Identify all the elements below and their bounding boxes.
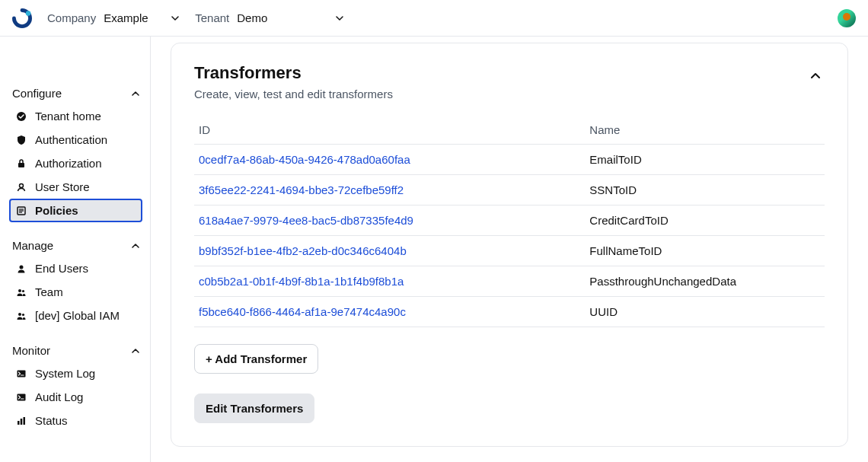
svg-rect-13 (18, 370, 26, 377)
table-row: 0cedf7a4-86ab-450a-9426-478ad0a60faa Ema… (194, 145, 825, 175)
sidebar-item-label: Authorization (35, 157, 102, 170)
sidebar-section-configure[interactable]: Configure (9, 82, 142, 104)
topbar: Company Example Tenant Demo (0, 0, 868, 37)
svg-rect-19 (24, 417, 26, 425)
svg-point-0 (26, 11, 31, 16)
table-row: c0b5b2a1-0b1f-4b9f-8b1a-1b1f4b9f8b1a Pas… (194, 266, 825, 297)
edit-transformers-button[interactable]: Edit Transformers (194, 393, 314, 423)
table-header-name: Name (585, 116, 825, 145)
table-header-id: ID (194, 116, 585, 145)
user-icon (15, 181, 27, 193)
svg-point-12 (22, 313, 24, 315)
users-icon (15, 286, 27, 298)
svg-point-10 (22, 289, 24, 292)
sidebar-item-tenant-home[interactable]: Tenant home (9, 104, 142, 128)
company-select[interactable]: Example (104, 11, 180, 24)
sidebar-item-global-iam[interactable]: [dev] Global IAM (9, 304, 142, 327)
user-solid-icon (15, 263, 27, 275)
transformer-name: EmailToID (585, 145, 825, 175)
svg-rect-17 (18, 421, 20, 425)
chevron-down-icon (336, 16, 343, 21)
transformer-id-link[interactable]: 0cedf7a4-86ab-450a-9426-478ad0a60faa (199, 153, 410, 166)
transformer-id-link[interactable]: c0b5b2a1-0b1f-4b9f-8b1a-1b1f4b9f8b1a (199, 275, 404, 288)
bars-icon (15, 415, 27, 427)
add-transformer-button[interactable]: + Add Transformer (194, 344, 318, 374)
sidebar-section-title: Manage (12, 239, 53, 252)
logo (12, 8, 32, 28)
chevron-down-icon (171, 16, 179, 21)
sidebar-section-title: Monitor (12, 344, 50, 357)
table-row: f5bce640-f866-4464-af1a-9e7474c4a90c UUI… (194, 297, 825, 327)
sidebar-item-label: Status (35, 414, 68, 427)
sidebar-item-team[interactable]: Team (9, 280, 142, 304)
table-row: 618a4ae7-9979-4ee8-bac5-db87335fe4d9 Cre… (194, 206, 825, 236)
main: Transformers Create, view, test and edit… (151, 37, 868, 462)
transformers-table: ID Name 0cedf7a4-86ab-450a-9426-478ad0a6… (194, 116, 825, 327)
lock-icon (15, 158, 27, 170)
chevron-up-icon (810, 72, 821, 79)
sidebar-item-label: End Users (35, 262, 88, 275)
circle-check-icon (15, 110, 27, 123)
sidebar-item-label: Team (35, 285, 63, 298)
sidebar-item-label: System Log (35, 367, 95, 380)
logo-icon (12, 8, 32, 28)
svg-rect-15 (18, 393, 26, 400)
svg-point-11 (18, 313, 21, 316)
transformer-id-link[interactable]: b9bf352f-b1ee-4fb2-a2eb-d0c346c6404b (199, 244, 407, 257)
shield-icon (15, 134, 27, 146)
sidebar-section-monitor[interactable]: Monitor (9, 339, 142, 362)
sidebar-item-end-users[interactable]: End Users (9, 256, 142, 280)
company-label: Company (47, 11, 96, 24)
transformer-id-link[interactable]: 3f65ee22-2241-4694-bbe3-72cefbe59ff2 (199, 183, 404, 196)
chevron-up-icon (132, 349, 139, 353)
sidebar: Configure Tenant home Authentication Aut… (0, 37, 151, 462)
sidebar-item-user-store[interactable]: User Store (9, 175, 142, 199)
card-subtitle: Create, view, test and edit transformers (194, 88, 393, 100)
transformer-name: UUID (585, 297, 825, 327)
table-row: 3f65ee22-2241-4694-bbe3-72cefbe59ff2 SSN… (194, 175, 825, 206)
transformer-id-link[interactable]: f5bce640-f866-4464-af1a-9e7474c4a90c (199, 305, 406, 318)
company-value: Example (104, 11, 148, 24)
sidebar-item-policies[interactable]: Policies (9, 199, 142, 222)
svg-point-8 (20, 265, 24, 269)
transformer-name: FullNameToID (585, 236, 825, 266)
svg-rect-18 (21, 419, 23, 425)
sidebar-item-label: Audit Log (35, 390, 83, 403)
sidebar-item-authorization[interactable]: Authorization (9, 151, 142, 175)
transformer-name: SSNToID (585, 175, 825, 206)
chevron-up-icon (132, 91, 139, 96)
sidebar-item-system-log[interactable]: System Log (9, 362, 142, 385)
sidebar-item-label: Tenant home (35, 110, 101, 123)
terminal-icon (15, 368, 27, 380)
transformer-name: PassthroughUnchangedData (585, 266, 825, 297)
sidebar-section-title: Configure (12, 87, 62, 100)
svg-point-3 (20, 183, 24, 187)
tenant-label: Tenant (195, 11, 229, 24)
transformers-card: Transformers Create, view, test and edit… (171, 43, 848, 447)
list-icon (15, 205, 27, 217)
table-row: b9bf352f-b1ee-4fb2-a2eb-d0c346c6404b Ful… (194, 236, 825, 266)
sidebar-item-label: User Store (35, 180, 90, 193)
tenant-select[interactable]: Demo (237, 11, 343, 24)
sidebar-item-audit-log[interactable]: Audit Log (9, 385, 142, 409)
sidebar-item-status[interactable]: Status (9, 409, 142, 432)
tenant-value: Demo (237, 11, 267, 24)
avatar[interactable] (838, 9, 856, 27)
chevron-up-icon (132, 244, 139, 248)
sidebar-item-authentication[interactable]: Authentication (9, 128, 142, 151)
sidebar-item-label: Authentication (35, 133, 107, 146)
card-title: Transformers (194, 63, 393, 83)
collapse-button[interactable] (806, 66, 825, 84)
svg-rect-2 (18, 163, 24, 167)
sidebar-item-label: Policies (35, 204, 78, 217)
transformer-name: CreditCardToID (585, 206, 825, 236)
sidebar-item-label: [dev] Global IAM (35, 309, 120, 322)
svg-point-9 (18, 289, 21, 292)
sidebar-section-manage[interactable]: Manage (9, 234, 142, 256)
terminal-icon (15, 391, 27, 403)
users-icon (15, 310, 27, 322)
transformer-id-link[interactable]: 618a4ae7-9979-4ee8-bac5-db87335fe4d9 (199, 214, 413, 227)
